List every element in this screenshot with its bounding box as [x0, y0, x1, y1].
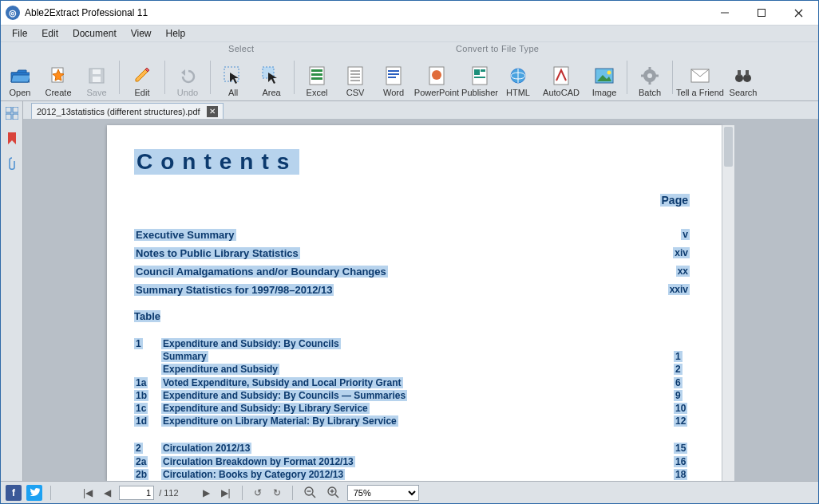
- facebook-button[interactable]: f: [6, 485, 22, 501]
- autocad-button[interactable]: AutoCAD: [537, 56, 585, 100]
- menu-edit[interactable]: Edit: [35, 26, 65, 41]
- open-label: Open: [10, 88, 31, 97]
- csv-label: CSV: [346, 88, 365, 97]
- search-button[interactable]: Search: [724, 56, 762, 100]
- close-button[interactable]: [780, 2, 817, 24]
- separator: [294, 61, 295, 94]
- group-label-select: Select: [228, 44, 254, 53]
- toc-num: 2b: [134, 469, 148, 480]
- zoom-select[interactable]: 75%: [347, 485, 419, 501]
- toc-text: Expenditure and Subsidy: By Councils — S…: [161, 390, 407, 401]
- rotate-ccw-button[interactable]: ↺: [251, 487, 265, 498]
- cursor-area-icon: [262, 66, 281, 85]
- next-page-button[interactable]: ▶: [200, 487, 213, 498]
- zoom-in-button[interactable]: [324, 486, 342, 498]
- menubar: File Edit Document View Help: [1, 25, 818, 42]
- select-area-button[interactable]: Area: [252, 56, 291, 100]
- search-label: Search: [730, 88, 758, 97]
- toc-num: 2a: [134, 456, 148, 467]
- maximize-button[interactable]: [743, 2, 780, 24]
- content-area: 2012_13statistics (different structures)…: [1, 101, 818, 481]
- edit-label: Edit: [135, 88, 150, 97]
- publisher-button[interactable]: Publisher: [461, 56, 499, 100]
- toc-item: Summary1: [134, 350, 694, 363]
- word-label: Word: [383, 88, 404, 97]
- word-icon: [384, 66, 403, 85]
- prev-page-button[interactable]: ◀: [101, 487, 114, 498]
- svg-rect-20: [386, 67, 401, 85]
- svg-point-25: [432, 70, 441, 80]
- section-label: Council Amalgamations and/or Boundary Ch…: [134, 266, 388, 278]
- image-button[interactable]: Image: [585, 56, 623, 100]
- gear-icon: [640, 66, 659, 85]
- tab-close-button[interactable]: ✕: [207, 106, 218, 117]
- attachment-icon[interactable]: [3, 156, 21, 173]
- svg-rect-27: [474, 69, 480, 75]
- create-button[interactable]: Create: [39, 56, 77, 100]
- status-bar: f |◀ ◀ / 112 ▶ ▶| ↺ ↻ 75%: [1, 481, 818, 503]
- twitter-button[interactable]: [26, 485, 42, 501]
- html-label: HTML: [506, 88, 530, 97]
- svg-rect-47: [746, 70, 749, 76]
- tell-friend-button[interactable]: Tell a Friend: [676, 56, 724, 100]
- menu-help[interactable]: Help: [160, 26, 192, 41]
- powerpoint-button[interactable]: PowerPoint: [413, 56, 461, 100]
- select-all-button[interactable]: All: [214, 56, 252, 100]
- envelope-icon: [690, 66, 710, 85]
- toc-item: 1bExpenditure and Subsidy: By Councils —…: [134, 389, 694, 402]
- maximize-icon: [758, 9, 766, 17]
- toc-section-row: Notes to Public Library Statisticsxiv: [134, 247, 694, 259]
- toc-page: 18: [674, 469, 687, 480]
- menu-file[interactable]: File: [6, 26, 34, 41]
- toc-num: 2: [134, 443, 143, 454]
- rotate-cw-button[interactable]: ↻: [270, 487, 284, 498]
- document-tab[interactable]: 2012_13statistics (different structures)…: [31, 103, 224, 119]
- menu-document[interactable]: Document: [66, 26, 123, 41]
- edit-button[interactable]: Edit: [123, 56, 161, 100]
- svg-rect-15: [348, 67, 362, 85]
- batch-button[interactable]: Batch: [631, 56, 669, 100]
- undo-button[interactable]: Undo: [168, 56, 207, 100]
- table-label: Table: [134, 310, 160, 322]
- toc-text: Voted Expenditure, Subsidy and Local Pri…: [161, 377, 403, 388]
- excel-label: Excel: [307, 88, 328, 97]
- svg-rect-7: [93, 69, 101, 74]
- toc-item: 2bCirculation: Books by Category 2012/13…: [134, 468, 694, 481]
- toc-page: 10: [674, 403, 687, 414]
- last-page-button[interactable]: ▶|: [218, 487, 234, 498]
- undo-icon: [178, 66, 197, 85]
- toc-text: Circulation Breakdown by Format 2012/13: [161, 456, 355, 467]
- app-title: Able2Extract Professional 11: [25, 7, 148, 18]
- svg-rect-29: [474, 77, 485, 78]
- csv-icon: [346, 66, 365, 85]
- document-viewer[interactable]: Contents Page Executive SummaryvNotes to…: [23, 119, 818, 481]
- toc-page: 6: [674, 377, 682, 388]
- page-number-input[interactable]: [119, 486, 154, 500]
- html-button[interactable]: HTML: [499, 56, 537, 100]
- publisher-label: Publisher: [461, 88, 498, 97]
- page-total-label: / 112: [159, 488, 178, 498]
- tab-strip: 2012_13statistics (different structures)…: [23, 101, 818, 119]
- tab-filename: 2012_13statistics (different structures)…: [37, 107, 200, 116]
- vertical-scrollbar[interactable]: [722, 125, 734, 481]
- csv-button[interactable]: CSV: [336, 56, 374, 100]
- thumbnails-icon[interactable]: [3, 104, 21, 122]
- close-icon: [794, 9, 803, 18]
- svg-rect-49: [13, 107, 18, 112]
- open-button[interactable]: Open: [1, 56, 39, 100]
- folder-open-icon: [10, 66, 30, 85]
- scroll-thumb[interactable]: [724, 127, 733, 167]
- minimize-button[interactable]: [706, 2, 743, 24]
- save-button[interactable]: Save: [77, 56, 116, 100]
- create-icon: [49, 66, 68, 85]
- zoom-out-button[interactable]: [301, 486, 319, 498]
- menu-view[interactable]: View: [125, 26, 158, 41]
- word-button[interactable]: Word: [374, 56, 413, 100]
- excel-button[interactable]: Excel: [298, 56, 336, 100]
- toc-section-row: Council Amalgamations and/or Boundary Ch…: [134, 266, 694, 278]
- toc-item: 1Expenditure and Subsidy: By Councils: [134, 337, 694, 350]
- powerpoint-icon: [427, 66, 446, 85]
- toc-item: 2Circulation 2012/1315: [134, 442, 694, 455]
- bookmark-icon[interactable]: [3, 130, 21, 148]
- first-page-button[interactable]: |◀: [80, 487, 96, 498]
